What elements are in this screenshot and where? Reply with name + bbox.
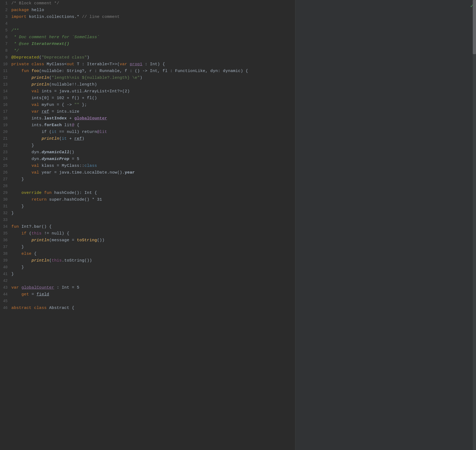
code-token: lit: [62, 123, 72, 128]
table-row: 27 }: [0, 176, 295, 183]
code-token: this: [52, 258, 62, 263]
line-number: 14: [0, 88, 11, 94]
table-row: 23 dyn.dynamicCall(): [0, 149, 295, 156]
code-token: [11, 238, 31, 243]
scrollbar-thumb[interactable]: [473, 0, 476, 54]
line-content: }: [11, 271, 293, 278]
code-token: [11, 245, 21, 249]
code-token: [11, 69, 21, 73]
code-token: kotlin.collections.*: [27, 15, 79, 19]
code-token: }: [31, 143, 34, 148]
line-number: 8: [0, 47, 11, 54]
code-token: if: [21, 231, 27, 236]
table-row: 20 if (it == null) return@lit: [0, 129, 295, 135]
code-token: prop1: [130, 62, 142, 67]
code-token: != null) {: [42, 231, 69, 236]
code-token: class: [31, 62, 44, 67]
scrollbar[interactable]: [473, 0, 476, 450]
code-token: Iterator#next(): [31, 42, 69, 46]
code-token: }: [21, 245, 24, 249]
code-token: /* Block comment */: [11, 1, 59, 6]
code-token: (nullable!!.length): [49, 82, 97, 87]
code-token: @: [72, 123, 74, 128]
code-token: (: [27, 231, 32, 236]
code-token: }: [21, 204, 24, 209]
line-content: println(nullable!!.length): [11, 81, 293, 88]
code-token: /**: [11, 28, 19, 33]
line-content: }: [11, 203, 293, 210]
code-token: [11, 82, 31, 87]
code-token: ): [140, 76, 142, 80]
line-content: */: [11, 48, 293, 54]
code-token: [11, 191, 21, 195]
table-row: 1/* Block comment */: [0, 0, 295, 7]
code-token: };: [79, 103, 87, 107]
line-content: package hello: [11, 7, 293, 14]
line-number: 17: [0, 108, 11, 115]
line-number: 20: [0, 129, 11, 135]
line-content: }: [11, 244, 293, 250]
code-token: [11, 130, 42, 134]
code-token: ref: [74, 136, 82, 141]
line-content: }: [11, 176, 293, 183]
code-token: get: [21, 292, 29, 297]
code-token: override: [21, 191, 41, 195]
code-token: @see: [19, 42, 29, 46]
code-token: myFun = { ->: [39, 103, 74, 107]
code-token: (): [69, 150, 74, 155]
table-row: 28: [0, 183, 295, 190]
line-content: /**: [11, 27, 293, 34]
table-row: 5/**: [0, 27, 295, 34]
code-token: (nullable: String?, r : Runnable, f : ()…: [39, 69, 248, 73]
line-number: 31: [0, 203, 11, 210]
code-token: (: [49, 258, 52, 263]
code-token: abstract: [11, 306, 31, 310]
line-number: 42: [0, 278, 11, 284]
code-area[interactable]: 1/* Block comment */2package hello3impor…: [0, 0, 295, 450]
code-token: : Int = 5: [54, 285, 79, 290]
code-token: }: [21, 177, 24, 182]
code-token: [11, 76, 31, 80]
table-row: 19 ints.forEach lit@ {: [0, 122, 295, 129]
code-token: [11, 170, 31, 175]
table-row: 32}: [0, 210, 295, 217]
table-row: 8 */: [0, 47, 295, 54]
line-content: ints.lastIndex + globalCounter: [11, 115, 293, 122]
code-token: [11, 109, 31, 114]
code-token: toString: [77, 238, 97, 243]
line-content: fun foo(nullable: String?, r : Runnable,…: [11, 68, 293, 74]
code-token: globalCounter: [21, 285, 54, 290]
code-token: dyn.: [31, 157, 41, 161]
code-token: [11, 292, 21, 297]
line-number: 35: [0, 230, 11, 237]
code-token: [11, 123, 31, 128]
code-token: [11, 89, 31, 94]
code-token: println: [31, 258, 49, 263]
line-content: }: [11, 210, 293, 217]
code-token: =: [29, 292, 37, 297]
line-number: 7: [0, 41, 11, 47]
code-token: val: [31, 164, 39, 168]
line-content: }: [11, 264, 293, 271]
line-number: 38: [0, 250, 11, 257]
line-number: 22: [0, 142, 11, 149]
line-content: println(it + ref): [11, 136, 293, 142]
table-row: 16 val myFun = { -> "" };: [0, 102, 295, 108]
code-token: [11, 164, 31, 168]
code-token: = 5: [69, 157, 79, 161]
table-row: 38 else {: [0, 250, 295, 257]
table-row: 46abstract class Abstract {: [0, 305, 295, 311]
table-row: 6 * Doc comment here for `SomeClass`: [0, 34, 295, 41]
line-content: dyn.dynamicProp = 5: [11, 156, 293, 162]
code-token: year: [125, 170, 135, 175]
code-token: ()): [97, 238, 105, 243]
code-token: klass = MyClass: [39, 164, 79, 168]
code-token: * Doc comment here for: [11, 35, 72, 40]
line-content: dyn.dynamicCall(): [11, 149, 293, 156]
table-row: 24 dyn.dynamicProp = 5: [0, 156, 295, 162]
code-token: println: [31, 238, 49, 243]
right-panel: ✓: [295, 0, 476, 450]
line-number: 6: [0, 34, 11, 40]
code-token: "": [74, 103, 80, 107]
line-content: override fun hashCode(): Int {: [11, 190, 293, 196]
